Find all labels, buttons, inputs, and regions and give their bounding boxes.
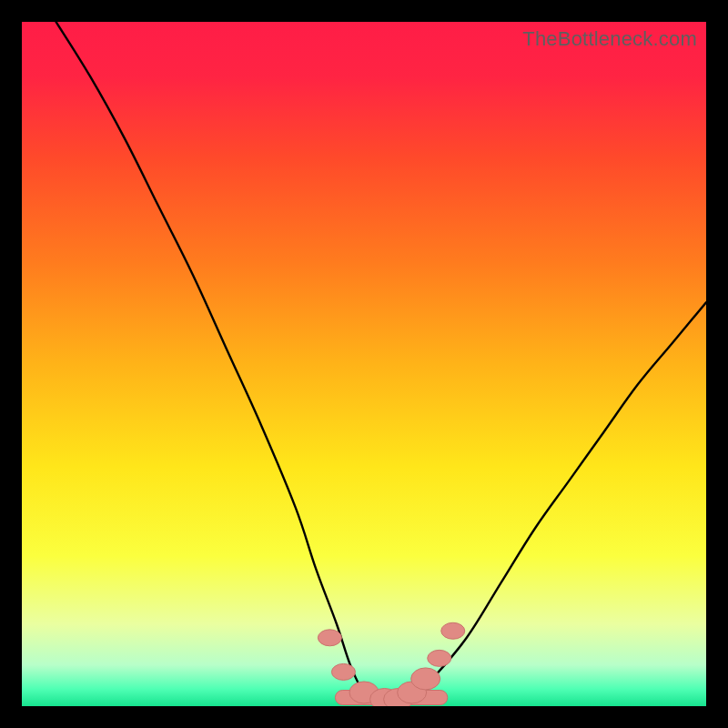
optimal-marker xyxy=(411,668,440,690)
chart-frame: TheBottleneck.com xyxy=(0,0,728,728)
bottleneck-curve xyxy=(56,22,706,700)
optimal-range-markers xyxy=(318,622,464,706)
optimal-marker xyxy=(428,650,451,666)
watermark-text: TheBottleneck.com xyxy=(522,27,697,51)
optimal-marker xyxy=(441,622,465,639)
curve-layer xyxy=(22,22,706,706)
optimal-marker xyxy=(331,663,355,680)
plot-area: TheBottleneck.com xyxy=(22,22,706,706)
optimal-marker xyxy=(318,630,341,646)
